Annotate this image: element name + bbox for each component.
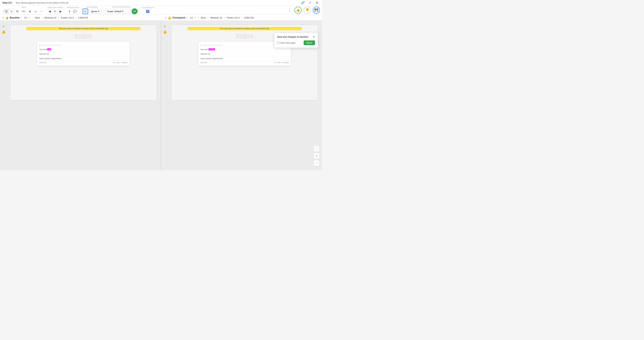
- checkpoint-diff-icon: ≠: [165, 16, 167, 19]
- accessibility-button[interactable]: ♿: [145, 9, 150, 14]
- view-split-button[interactable]: ⊞: [4, 9, 9, 13]
- checkpoint-panel: ≠ 👍 This is just a demo of TodoMVC for t…: [161, 21, 322, 170]
- prev-diff-button[interactable]: ◀: [48, 9, 52, 14]
- annotations-label: ANNOTATIONS: [66, 6, 79, 8]
- view-toggle[interactable]: ⊞ ⊟: [4, 9, 14, 14]
- ignore-dropdown-button[interactable]: Ignore ▾: [89, 9, 102, 13]
- save-popup: Save test changes to baseline ✕ Don't sh…: [274, 33, 318, 48]
- checkpoint-tab-active[interactable]: Active: [277, 62, 281, 63]
- baseline-info: ≠ 👍 Baseline | 1/1 ✏ • Strict | Windows …: [2, 16, 157, 19]
- baseline-left-indicator: ≠ 👍: [2, 25, 6, 34]
- baseline-os: Windows 10: [44, 16, 56, 19]
- auto-count-badge: 10: [132, 8, 138, 14]
- zoom-out-button[interactable]: −: [314, 160, 320, 166]
- main-content: ≠ 👍 This is just a demo of TodoMVC for t…: [0, 21, 322, 170]
- baseline-todos-title: todos: [74, 32, 92, 40]
- annotation-info-button[interactable]: ℹ: [68, 9, 71, 14]
- baseline-indicator-diff: ≠: [3, 25, 4, 28]
- layout-button[interactable]: ⋯: [39, 9, 44, 14]
- accessibility-label: ACCESSIBILITY: [141, 6, 154, 8]
- baseline-resolution: 1280x720: [78, 16, 88, 19]
- zoom-controls: ⛶ + −: [314, 146, 320, 166]
- baseline-thumb-icon: 👍: [5, 16, 8, 19]
- baseline-title-label: Baseline: [10, 16, 20, 19]
- save-popup-close-button[interactable]: ✕: [313, 35, 315, 38]
- accessibility-section: ACCESSIBILITY ♿: [139, 6, 156, 14]
- save-button[interactable]: 💾: [313, 6, 320, 14]
- baseline-tab-completed[interactable]: Completed: [121, 62, 128, 63]
- baseline-todo-item-1: feed the cat: [37, 52, 130, 56]
- layers-button[interactable]: ⧉: [15, 9, 20, 14]
- got-it-button[interactable]: Got it: [304, 40, 315, 45]
- annotation-comment-button[interactable]: 💬: [72, 9, 78, 14]
- scope-dropdown-label: Scope: Default: [107, 10, 122, 12]
- baseline-tab-active[interactable]: Active: [116, 62, 120, 63]
- checkpoint-todo-item-1: feed the cat: [198, 52, 291, 56]
- test-description: Test: should append new items to the bot…: [16, 1, 68, 4]
- ignore-dropdown-label: Ignore: [91, 10, 97, 12]
- checkpoint-todo-item-2: book a doctors appointment: [198, 56, 291, 61]
- top-bar: Step 1/1: Test: should append new items …: [0, 0, 322, 5]
- scope-dropdown-button[interactable]: Scope: Default ▾: [105, 9, 131, 13]
- share-button[interactable]: 🔗: [300, 0, 306, 5]
- set-region-section: SET REGION ↖ Ignore ▾: [81, 6, 103, 14]
- info-bar: ≠ 👍 Baseline | 1/1 ✏ • Strict | Windows …: [0, 15, 322, 21]
- checkpoint-todos-title: todos: [236, 32, 254, 40]
- baseline-tab-all[interactable]: All: [113, 62, 115, 63]
- checkpoint-resolution: 1280x720: [244, 16, 254, 19]
- checkpoint-footer-tabs: All Active Completed: [274, 62, 289, 63]
- checkpoint-info: ≠ 👍 Checkpoint | 1/1 ✏ • Strict | Window…: [157, 16, 320, 19]
- thumbs-up-button[interactable]: 👍: [294, 6, 302, 14]
- save-popup-header: Save test changes to baseline ✕: [277, 35, 315, 38]
- cursor-tool-button[interactable]: ↖: [82, 8, 88, 14]
- auto-maintenance-label: AUTO MAINTENANCE: [112, 6, 130, 8]
- view-label: VIEW: [22, 6, 26, 8]
- window-controls: 🔗 ⤢ ✕: [300, 0, 320, 6]
- baseline-todo-app: This is just a demo of TodoMVC for testi…: [10, 25, 157, 100]
- baseline-todo-item-2: book a doctors appointment: [37, 56, 130, 61]
- baseline-mode: Strict: [35, 16, 40, 19]
- checkpoint-indicator-diff: ≠: [164, 25, 166, 28]
- baseline-demo-banner: This is just a demo of TodoMVC for testi…: [26, 27, 140, 30]
- checkpoint-browser: Firefox 131.0: [227, 16, 240, 19]
- scope-dropdown-arrow: ▾: [122, 10, 124, 12]
- more-options-button[interactable]: ⋮: [287, 7, 292, 13]
- checkpoint-todo-item-0: buy some cheese: [198, 47, 291, 52]
- baseline-step: 1/1: [24, 16, 27, 19]
- checkpoint-input-placeholder: What needs to be done?: [203, 44, 223, 46]
- zoom-in-button[interactable]: +: [314, 153, 320, 159]
- checkpoint-mode: Strict: [201, 16, 206, 19]
- baseline-chevron-icon: ❯: [39, 44, 41, 46]
- checkpoint-demo-banner: This is just a demo of TodoMVC for testi…: [188, 27, 302, 30]
- baseline-panel: ≠ 👍 This is just a demo of TodoMVC for t…: [0, 21, 161, 170]
- baseline-todo-item-0: buy some milk: [37, 47, 130, 52]
- baseline-browser: Firefox 131.0: [61, 16, 74, 19]
- accessibility-view-button[interactable]: ⊕: [28, 9, 32, 14]
- annotations-section: ANNOTATIONS ℹ 💬: [65, 6, 81, 14]
- checkpoint-todo-footer: 3 items left All Active Completed: [198, 61, 291, 64]
- baseline-indicator-thumb: 👍: [2, 30, 6, 34]
- checkpoint-thumb-icon: 👍: [168, 16, 171, 19]
- checkpoint-chevron-icon: ❯: [200, 44, 202, 46]
- view-section: VIEW ⊞ ⊟ ⧉ </> ⊕ ▭ ⋯: [2, 6, 46, 14]
- checkpoint-title-label: Checkpoint: [172, 16, 185, 19]
- close-window-button[interactable]: ✕: [314, 0, 320, 6]
- baseline-todo-input-row: ❯ What needs to be done?: [37, 43, 130, 47]
- refresh-diff-button[interactable]: ↻: [53, 9, 58, 14]
- thumbs-down-button[interactable]: 👎: [304, 6, 311, 14]
- fit-to-screen-button[interactable]: ⛶: [314, 146, 320, 152]
- next-diff-button[interactable]: ▶: [58, 9, 63, 14]
- view-single-button[interactable]: ⊟: [9, 9, 14, 13]
- step-label: Step 1/1:: [2, 1, 12, 4]
- expand-button[interactable]: ⤢: [308, 0, 313, 5]
- dont-show-label[interactable]: Don't show again: [277, 42, 296, 44]
- code-button[interactable]: </>: [20, 9, 27, 14]
- ignore-dropdown-arrow: ▾: [98, 10, 99, 12]
- baseline-items-count: 3 items left: [39, 62, 46, 63]
- dont-show-checkbox[interactable]: [277, 42, 280, 44]
- checkpoint-tab-all[interactable]: All: [274, 62, 276, 63]
- checkpoint-tab-completed[interactable]: Completed: [282, 62, 289, 63]
- highlight-diffs-section: HIGHLIGHT DIFFS ◀ ↻ ▶: [46, 6, 65, 14]
- crop-button[interactable]: ▭: [33, 9, 38, 14]
- baseline-edit-icon: ✏: [28, 16, 30, 19]
